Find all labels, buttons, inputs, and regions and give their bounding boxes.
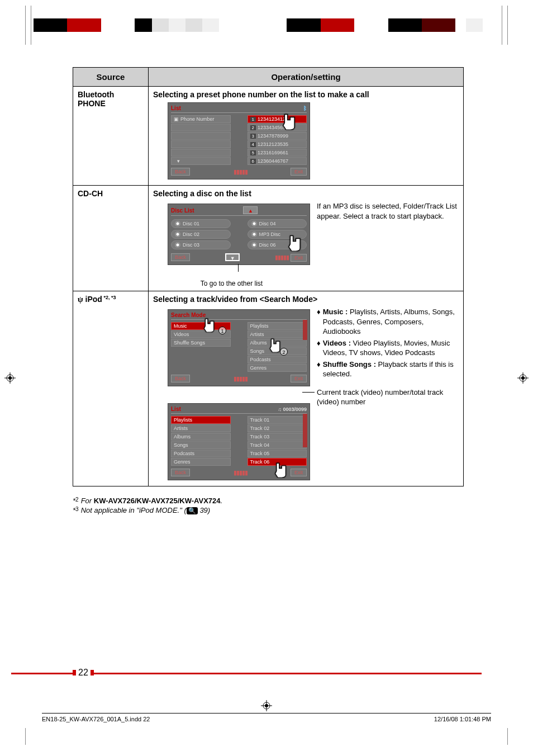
ipod-heading: Selecting a track/video from <Search Mod… (153, 295, 459, 304)
registration-mark-icon (4, 372, 16, 384)
bullet-shuffle: ♦ Shuffle Songs : Playback starts if thi… (317, 360, 459, 379)
category-item[interactable]: Playlists (171, 416, 231, 424)
track-item[interactable]: Track 03 (248, 433, 307, 441)
category-item[interactable]: Genres (171, 458, 231, 466)
back-button[interactable]: Back (171, 375, 190, 382)
track-item[interactable]: Track 05 (248, 450, 307, 457)
footer-timestamp: 12/16/08 1:01:48 PM (434, 716, 491, 722)
phone-list-item[interactable]: 512316169661 (248, 149, 307, 157)
back-button[interactable]: Back (171, 168, 190, 176)
track-list-screen: List ♫ 0003/0099 Playlists Artists Album… (168, 403, 310, 480)
col-header-source: Source (73, 68, 149, 87)
callout-circle-1: 1 (218, 327, 226, 334)
source-cd-ch: CD-CH (73, 186, 149, 291)
disc-icon (251, 231, 257, 237)
touch-cursor-icon (273, 462, 286, 475)
exit-button[interactable]: Exit (291, 254, 307, 262)
category-item[interactable]: Albums (171, 433, 231, 441)
touch-cursor-icon (286, 234, 299, 248)
track-item[interactable]: Track 04 (248, 441, 307, 449)
page-content: Source Operation/setting Bluetooth PHONE… (73, 67, 464, 516)
cdch-heading: Selecting a disc on the list (153, 189, 459, 198)
track-item[interactable]: Track 01 (248, 416, 307, 424)
phone-list-item[interactable]: 112341234123 (248, 115, 307, 123)
bt-heading: Selecting a preset phone number on the l… (153, 90, 459, 99)
disc-list-item[interactable]: Disc 02 (171, 230, 231, 239)
disc-list-item[interactable]: Disc 04 (248, 219, 307, 228)
source-ipod: ψ iPod *2, *3 (73, 291, 149, 486)
bullet-music: ♦ Music : Playlists, Artists, Albums, So… (317, 307, 459, 337)
screen-title: List (171, 105, 181, 111)
phone-list-item[interactable]: 412312123535 (248, 140, 307, 148)
bt-list-screen: List ᛒ ▣ Phone Number (168, 102, 310, 179)
bottom-crop-marks (0, 728, 533, 745)
registration-mark-icon (261, 700, 272, 711)
battery-bars-icon: ▮▮▮▮▮ (234, 168, 248, 176)
footer-filename: EN18-25_KW-AVX726_001A_5.indd 22 (42, 716, 150, 722)
disc-icon (175, 242, 180, 248)
magnifier-icon: 🔍 (187, 507, 198, 514)
scrollbar-indicator (303, 414, 307, 447)
other-list-caption: To go to the other list (153, 280, 310, 287)
bullet-videos: ♦ Videos : Video Playlists, Movies, Musi… (317, 338, 459, 358)
mp3-note: If an MP3 disc is selected, Folder/Track… (317, 201, 459, 221)
up-arrow-icon: ▣ (174, 116, 179, 122)
category-item[interactable]: Podcasts (171, 450, 231, 457)
track-item[interactable]: Track 02 (248, 424, 307, 432)
disc-list-item[interactable]: Disc 01 (171, 219, 231, 228)
note-icon: ♫ (278, 407, 282, 412)
disc-list-item[interactable]: Disc 03 (171, 240, 231, 249)
disc-icon (175, 231, 180, 237)
back-button[interactable]: Back (171, 469, 190, 476)
battery-bars-icon: ▮▮▮▮▮ (234, 469, 248, 476)
touch-cursor-icon (280, 113, 294, 126)
disc-icon (251, 221, 257, 226)
list-blank-row: ▾ (171, 157, 231, 165)
exit-button[interactable]: Exit (291, 168, 307, 176)
back-button[interactable]: Back (171, 253, 190, 261)
search-mode-item[interactable]: Genres (248, 364, 307, 372)
exit-button[interactable]: Exit (291, 375, 307, 382)
phone-list-item[interactable]: 312347878999 (248, 132, 307, 140)
page-number: 22 (78, 668, 88, 678)
counter-note: Current track (video) number/total track… (317, 388, 459, 407)
footnotes: *2 For KW-AVX726/KW-AVX725/KW-AVX724. *3… (73, 497, 464, 514)
down-arrow-icon: ▾ (177, 158, 180, 164)
scrollbar-indicator (303, 320, 307, 340)
search-mode-item[interactable]: Shuffle Songs (171, 339, 231, 347)
search-mode-item[interactable]: Artists (248, 330, 307, 338)
list-blank-row (171, 149, 231, 157)
indd-footer: EN18-25_KW-AVX726_001A_5.indd 22 12/16/0… (42, 713, 491, 722)
screen-title: List (171, 406, 181, 412)
page-down-button[interactable]: ▼ (225, 253, 240, 261)
phone-list-item[interactable]: 612360446767 (248, 157, 307, 165)
phone-list-item[interactable]: 212334345656 (248, 124, 307, 131)
category-item[interactable]: Artists (171, 424, 231, 432)
touch-cursor-icon (268, 338, 281, 351)
search-mode-screen: Search Mode Music Videos Shuffle Songs P… (168, 309, 310, 386)
search-mode-item[interactable]: Playlists (248, 322, 307, 330)
exit-button[interactable]: Exit (291, 469, 307, 476)
page-up-button[interactable]: ▲ (243, 206, 258, 214)
psi-icon: ψ (78, 295, 83, 304)
source-bluetooth-phone: Bluetooth PHONE (73, 87, 149, 186)
disc-icon (175, 221, 180, 226)
registration-mark-icon (517, 372, 529, 384)
svg-point-15 (265, 704, 268, 707)
search-mode-item[interactable]: Podcasts (248, 356, 307, 363)
list-blank-row (171, 140, 231, 148)
disc-icon (251, 242, 257, 248)
battery-bars-icon: ▮▮▮▮▮ (275, 254, 289, 261)
col-header-operation: Operation/setting (149, 68, 464, 87)
color-registration-bar (0, 17, 533, 34)
svg-point-11 (521, 376, 525, 380)
disc-list-screen: Disc List ▲ Disc 01 Disc 02 Disc 03 (168, 204, 310, 265)
svg-point-7 (8, 376, 12, 380)
list-blank-row (171, 124, 231, 131)
screen-title: Search Mode (171, 312, 206, 318)
touch-cursor-icon (202, 318, 215, 331)
list-blank-row (171, 132, 231, 140)
screen-title: Disc List (171, 207, 194, 214)
category-item[interactable]: Songs (171, 441, 231, 449)
bluetooth-icon: ᛒ (303, 105, 307, 111)
